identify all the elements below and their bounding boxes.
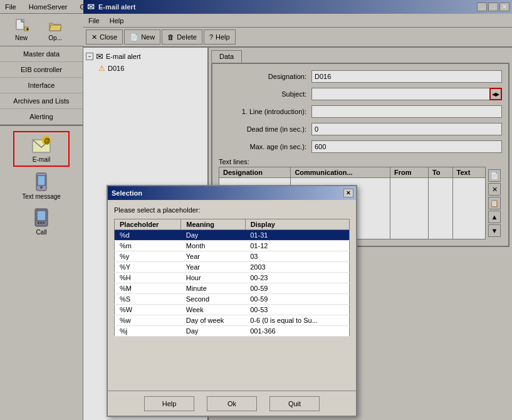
display-cell: 001-366 [245, 326, 349, 337]
dialog-overlay: Selection ✕ Please select a placeholder:… [0, 0, 512, 420]
dialog-title: Selection [112, 189, 142, 197]
display-cell: 01-12 [245, 241, 349, 251]
meaning-cell: Hour [181, 273, 245, 283]
display-cell: 00-23 [245, 273, 349, 283]
display-cell: 2003 [245, 262, 349, 273]
placeholder-table: Placeholder Meaning Display %d Day 01-31… [114, 219, 350, 337]
col-meaning: Meaning [181, 219, 245, 230]
dialog-help-btn[interactable]: Help [144, 396, 194, 411]
placeholder-cell: %j [115, 326, 181, 337]
placeholder-cell: %m [115, 241, 181, 251]
display-cell: 00-59 [245, 294, 349, 305]
col-placeholder: Placeholder [115, 219, 181, 230]
placeholder-cell: %S [115, 294, 181, 305]
dialog-footer: Help Ok Quit [108, 391, 356, 416]
placeholder-row[interactable]: %H Hour 00-23 [115, 273, 350, 283]
placeholder-row[interactable]: %j Day 001-366 [115, 326, 350, 337]
dialog-close-btn[interactable]: ✕ [343, 189, 353, 197]
placeholder-cell: %Y [115, 262, 181, 273]
meaning-cell: Day of week [181, 315, 245, 326]
placeholder-cell: %W [115, 305, 181, 315]
dialog-titlebar: Selection ✕ [108, 186, 356, 200]
meaning-cell: Week [181, 305, 245, 315]
placeholder-row[interactable]: %S Second 00-59 [115, 294, 350, 305]
selection-dialog: Selection ✕ Please select a placeholder:… [107, 185, 357, 417]
placeholder-cell: %d [115, 230, 181, 241]
placeholder-cell: %H [115, 273, 181, 283]
meaning-cell: Year [181, 262, 245, 273]
meaning-cell: Day [181, 326, 245, 337]
placeholder-row[interactable]: %m Month 01-12 [115, 241, 350, 251]
placeholder-row[interactable]: %W Week 00-53 [115, 305, 350, 315]
meaning-cell: Day [181, 230, 245, 241]
display-cell: 00-53 [245, 305, 349, 315]
meaning-cell: Year [181, 251, 245, 262]
placeholder-cell: %w [115, 315, 181, 326]
dialog-quit-btn[interactable]: Quit [269, 396, 320, 411]
placeholder-cell: %M [115, 283, 181, 294]
display-cell: 0-6 (0 is equal to Su... [245, 315, 349, 326]
dialog-prompt: Please select a placeholder: [114, 206, 350, 214]
placeholder-row[interactable]: %M Minute 00-59 [115, 283, 350, 294]
display-cell: 01-31 [245, 230, 349, 241]
dialog-body: Please select a placeholder: Placeholder… [108, 200, 356, 391]
display-cell: 00-59 [245, 283, 349, 294]
placeholder-row[interactable]: %w Day of week 0-6 (0 is equal to Su... [115, 315, 350, 326]
meaning-cell: Second [181, 294, 245, 305]
display-cell: 03 [245, 251, 349, 262]
placeholder-row[interactable]: %d Day 01-31 [115, 230, 350, 241]
meaning-cell: Minute [181, 283, 245, 294]
placeholder-row[interactable]: %Y Year 2003 [115, 262, 350, 273]
placeholder-cell: %y [115, 251, 181, 262]
dialog-ok-btn[interactable]: Ok [207, 396, 257, 411]
meaning-cell: Month [181, 241, 245, 251]
placeholder-row[interactable]: %y Year 03 [115, 251, 350, 262]
col-display: Display [245, 219, 349, 230]
